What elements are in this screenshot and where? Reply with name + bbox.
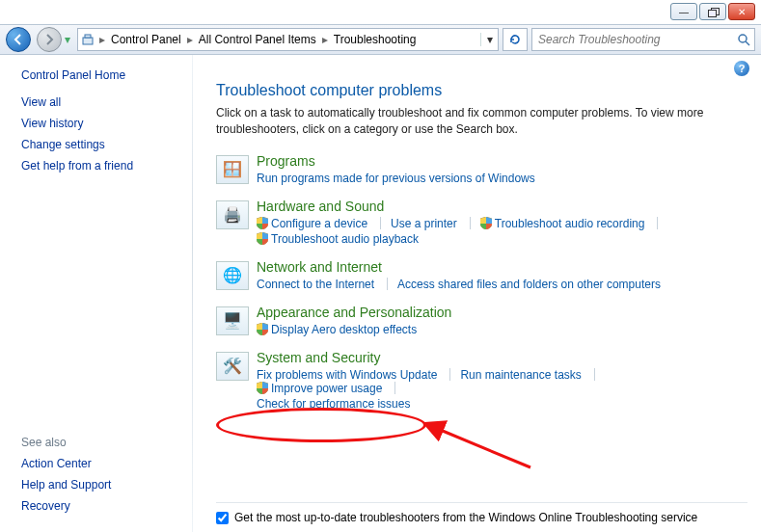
task-link[interactable]: Access shared files and folders on other… xyxy=(397,278,670,291)
category-icon: 🛠️ xyxy=(216,352,249,381)
task-link[interactable]: Troubleshoot audio recording xyxy=(480,217,668,230)
breadcrumb-dropdown[interactable]: ▾ xyxy=(480,33,498,46)
task-link[interactable]: Display Aero desktop effects xyxy=(257,323,426,336)
svg-point-2 xyxy=(739,35,747,42)
page-description: Click on a task to automatically trouble… xyxy=(216,105,718,138)
breadcrumb-item[interactable]: Troubleshooting xyxy=(330,33,421,46)
forward-button[interactable] xyxy=(37,27,62,52)
shield-icon xyxy=(257,217,268,229)
category-icon: 🖥️ xyxy=(216,306,249,335)
close-button[interactable]: ✕ xyxy=(728,3,755,20)
minimize-button[interactable]: ― xyxy=(670,3,697,20)
help-icon[interactable]: ? xyxy=(734,61,749,76)
task-link[interactable]: Check for performance issues xyxy=(257,397,420,411)
task-link[interactable]: Configure a device xyxy=(257,217,391,230)
search-icon[interactable] xyxy=(733,33,754,46)
task-label: Configure a device xyxy=(271,217,367,230)
navigation-bar: ▾ ▸ Control Panel ▸ All Control Panel It… xyxy=(0,24,761,55)
task-label: Troubleshoot audio recording xyxy=(495,217,645,230)
page-title: Troubleshoot computer problems xyxy=(216,82,744,99)
task-link[interactable]: Run maintenance tasks xyxy=(460,368,604,382)
sidebar-link-view-all[interactable]: View all xyxy=(21,95,183,109)
task-label: Connect to the Internet xyxy=(257,278,374,291)
sidebar: Control Panel Home View all View history… xyxy=(0,55,193,532)
shield-icon xyxy=(257,382,268,394)
see-also-action-center[interactable]: Action Center xyxy=(21,457,183,470)
shield-icon xyxy=(257,232,268,245)
shield-icon xyxy=(257,323,268,335)
online-troubleshooters-label[interactable]: Get the most up-to-date troubleshooters … xyxy=(234,511,697,524)
category-icon: 🖨️ xyxy=(216,200,249,229)
see-also-help-support[interactable]: Help and Support xyxy=(21,478,183,492)
task-label: Run programs made for previous versions … xyxy=(257,172,535,185)
task-link[interactable]: Improve power usage xyxy=(257,382,405,395)
task-label: Run maintenance tasks xyxy=(460,368,581,382)
see-also-recovery[interactable]: Recovery xyxy=(21,499,183,513)
category-appearance-and-personalization: 🖥️Appearance and PersonalizationDisplay … xyxy=(216,305,744,336)
task-label: Access shared files and folders on other… xyxy=(397,278,661,291)
online-troubleshooters-checkbox[interactable] xyxy=(216,512,229,524)
maximize-button[interactable] xyxy=(699,3,726,20)
sidebar-link-change-settings[interactable]: Change settings xyxy=(21,138,183,151)
task-label: Display Aero desktop effects xyxy=(271,323,417,336)
shield-icon xyxy=(480,217,492,229)
see-also-heading: See also xyxy=(21,435,183,449)
category-programs: 🪟ProgramsRun programs made for previous … xyxy=(216,153,744,185)
category-title[interactable]: Appearance and Personalization xyxy=(257,305,744,320)
task-label: Troubleshoot audio playback xyxy=(271,232,419,246)
back-button[interactable] xyxy=(6,27,31,52)
sidebar-link-view-history[interactable]: View history xyxy=(21,117,183,130)
svg-line-4 xyxy=(438,429,530,467)
annotation-ellipse xyxy=(216,408,426,442)
task-link[interactable]: Fix problems with Windows Update xyxy=(257,368,460,382)
category-network-and-internet: 🌐Network and InternetConnect to the Inte… xyxy=(216,259,744,291)
task-link[interactable]: Connect to the Internet xyxy=(257,278,397,291)
location-icon xyxy=(78,33,97,46)
task-label: Improve power usage xyxy=(271,382,382,395)
category-icon: 🪟 xyxy=(216,155,249,184)
category-title[interactable]: Hardware and Sound xyxy=(257,199,744,214)
task-label: Fix problems with Windows Update xyxy=(257,368,437,382)
category-icon: 🌐 xyxy=(216,261,249,290)
task-label: Use a printer xyxy=(391,217,457,230)
annotation-arrow xyxy=(424,419,540,477)
control-panel-home-link[interactable]: Control Panel Home xyxy=(21,68,183,82)
category-hardware-and-sound: 🖨️Hardware and SoundConfigure a deviceUs… xyxy=(216,199,744,246)
nav-history-dropdown[interactable]: ▾ xyxy=(62,33,73,46)
task-link[interactable]: Troubleshoot audio playback xyxy=(257,232,428,246)
task-label: Check for performance issues xyxy=(257,397,410,411)
category-title[interactable]: System and Security xyxy=(257,350,744,365)
category-title[interactable]: Programs xyxy=(257,153,744,169)
svg-rect-1 xyxy=(85,35,91,38)
task-link[interactable]: Use a printer xyxy=(391,217,480,230)
refresh-button[interactable] xyxy=(503,28,528,51)
footer-option: Get the most up-to-date troubleshooters … xyxy=(216,502,747,524)
category-title[interactable]: Network and Internet xyxy=(257,259,744,275)
category-system-and-security: 🛠️System and SecurityFix problems with W… xyxy=(216,350,744,411)
svg-line-3 xyxy=(746,41,749,45)
task-link[interactable]: Run programs made for previous versions … xyxy=(257,172,545,185)
sidebar-link-get-help[interactable]: Get help from a friend xyxy=(21,159,183,173)
breadcrumb-item[interactable]: Control Panel xyxy=(107,33,185,46)
breadcrumb[interactable]: ▸ Control Panel ▸ All Control Panel Item… xyxy=(77,28,499,51)
svg-rect-0 xyxy=(83,38,93,44)
search-box[interactable] xyxy=(531,28,755,51)
search-input[interactable] xyxy=(532,33,733,46)
main-content: ? Troubleshoot computer problems Click o… xyxy=(193,55,761,532)
breadcrumb-item[interactable]: All Control Panel Items xyxy=(195,33,320,46)
